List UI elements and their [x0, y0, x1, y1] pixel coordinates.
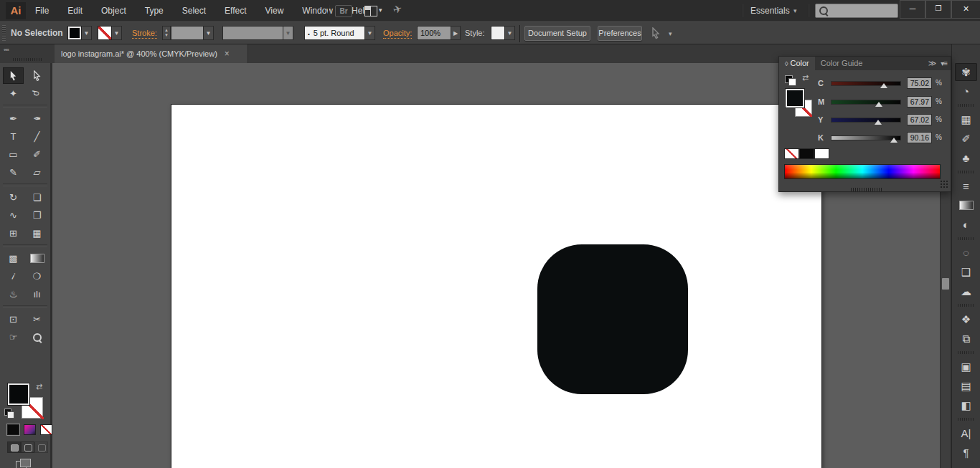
close-button[interactable]: × [951, 0, 980, 19]
blend-tool[interactable]: ❍ [27, 268, 47, 285]
selection-tool[interactable] [3, 67, 24, 84]
color-spectrum-bar[interactable] [784, 164, 941, 179]
panel-menu-icon[interactable]: ▾≡ [941, 59, 947, 67]
lasso-tool[interactable]: ρ [27, 85, 47, 102]
chevron-right-icon[interactable]: ▶ [451, 26, 461, 40]
artboards-icon[interactable]: ⧉ [955, 330, 977, 348]
select-similar-icon[interactable] [650, 27, 661, 39]
symbol-sprayer-tool[interactable]: ♨ [3, 286, 24, 302]
chevron-down-icon[interactable]: ▼ [82, 26, 92, 40]
chevron-down-icon[interactable]: ▼ [112, 26, 122, 40]
search-input[interactable] [815, 4, 898, 18]
rounded-square-shape[interactable] [537, 244, 688, 394]
none-swatch[interactable] [784, 148, 799, 159]
tab-color[interactable]: ◊Color [779, 57, 815, 70]
slider-track[interactable] [831, 100, 901, 105]
rectangle-tool[interactable]: ▭ [3, 146, 24, 163]
draw-normal-button[interactable] [7, 441, 21, 453]
stroke-label[interactable]: Stroke: [132, 29, 157, 39]
stroke-color-dropdown[interactable]: ▼ [98, 26, 122, 40]
fill-color-dropdown[interactable]: ▼ [67, 26, 92, 40]
document-setup-button[interactable]: Document Setup [524, 26, 590, 41]
screen-mode-icon[interactable] [16, 459, 30, 468]
document-tab[interactable]: logo instagram.ai* @ 400% (CMYK/Preview)… [55, 44, 248, 63]
transparency-icon[interactable]: ◐ [955, 216, 977, 234]
gradient-mode-button[interactable] [24, 424, 36, 435]
draw-inside-button[interactable] [34, 441, 48, 453]
dock-drag-handle[interactable] [958, 304, 975, 307]
chevron-down-icon[interactable]: ▼ [283, 26, 293, 40]
appearance-icon[interactable]: ◌ [955, 244, 977, 262]
collapse-panel-icon[interactable]: ≫ [928, 59, 937, 68]
stroke-none-swatch[interactable] [98, 26, 112, 40]
white-swatch[interactable] [814, 148, 829, 159]
swap-fill-stroke-icon[interactable]: ⇄ [36, 382, 42, 391]
slider-thumb[interactable] [875, 102, 882, 107]
dock-drag-handle[interactable] [958, 351, 975, 354]
swatches-icon[interactable]: ▦ [955, 110, 977, 128]
artboard[interactable] [171, 104, 822, 468]
fill-proxy-swatch[interactable] [7, 383, 30, 406]
width-tool[interactable]: ∿ [3, 207, 24, 224]
free-transform-tool[interactable]: ❐ [27, 207, 47, 224]
menu-select[interactable]: Select [173, 0, 215, 22]
menu-type[interactable]: Type [136, 0, 173, 22]
opacity-label[interactable]: Opacity: [383, 29, 412, 39]
transform-icon[interactable]: ▣ [955, 358, 977, 376]
default-fill-stroke-icon[interactable] [4, 409, 14, 419]
brush-definition-dropdown[interactable]: ▼ [222, 26, 293, 40]
menu-object[interactable]: Object [92, 0, 136, 22]
tab-color-guide[interactable]: Color Guide [815, 57, 869, 70]
opacity-dropdown[interactable]: 100% ▶ [417, 26, 461, 40]
stroke-weight-field[interactable] [171, 26, 204, 40]
chevron-down-icon[interactable]: ▼ [365, 26, 375, 40]
curvature-tool[interactable]: ✒ [27, 110, 47, 127]
symbols-icon[interactable]: ♣ [955, 149, 977, 167]
slider-track[interactable] [831, 118, 901, 123]
arrange-documents-icon[interactable] [364, 6, 377, 16]
preferences-button[interactable]: Preferences [598, 26, 642, 41]
mesh-tool[interactable]: ▩ [3, 250, 24, 267]
opacity-field[interactable]: 100% [417, 26, 451, 40]
draw-behind-button[interactable] [21, 441, 34, 453]
perspective-grid-tool[interactable]: ▦ [27, 225, 47, 242]
panel-resize-grip[interactable] [940, 180, 948, 188]
stepper-arrows[interactable]: ▲▼ [162, 26, 171, 40]
type-tool[interactable]: T [3, 128, 24, 145]
panel-drag-handle[interactable] [851, 188, 882, 191]
menu-edit[interactable]: Edit [58, 0, 92, 22]
layers-icon[interactable]: ❖ [955, 310, 977, 328]
gpu-performance-icon[interactable]: ✈ [392, 1, 405, 16]
eraser-tool[interactable]: ▱ [27, 164, 47, 181]
eyedropper-tool[interactable]: ! [3, 268, 24, 285]
paragraph-icon[interactable]: ¶ [955, 444, 977, 462]
scrollbar-thumb[interactable] [942, 278, 949, 290]
slice-tool[interactable]: ✂ [27, 311, 47, 328]
slider-thumb[interactable] [880, 83, 887, 88]
black-swatch[interactable] [799, 148, 814, 159]
color-mode-button[interactable] [7, 424, 19, 435]
dock-drag-handle[interactable] [958, 418, 975, 421]
dock-drag-handle[interactable] [958, 171, 975, 173]
shape-builder-tool[interactable]: ⊞ [3, 225, 24, 242]
toolbar-grip[interactable] [13, 58, 43, 61]
brush-definition-field[interactable] [222, 26, 283, 40]
color-panel-icon[interactable]: ✾ [955, 63, 977, 81]
graphic-styles-icon[interactable]: ❑ [955, 263, 977, 281]
menu-view[interactable]: View [256, 0, 293, 22]
chevron-down-icon[interactable]: ▼ [505, 26, 515, 40]
collapse-panel-button[interactable]: «« [4, 47, 9, 53]
brush-preset-field[interactable]: •5 pt. Round [304, 26, 365, 40]
none-mode-button[interactable] [40, 424, 52, 435]
gradient-icon[interactable] [955, 196, 977, 214]
slider-thumb[interactable] [890, 138, 897, 143]
close-icon[interactable]: × [225, 49, 230, 59]
channel-value-field[interactable]: 67.97 [907, 96, 932, 108]
chevron-down-icon[interactable]: ▾ [793, 7, 797, 14]
rotate-tool[interactable]: ↻ [3, 189, 24, 206]
panel-grip[interactable] [2, 25, 6, 41]
zoom-tool[interactable] [27, 329, 47, 345]
chevron-down-icon[interactable]: ▼ [204, 26, 214, 40]
magic-wand-tool[interactable]: ✦ [3, 85, 24, 102]
scale-tool[interactable]: ❏ [27, 189, 47, 206]
